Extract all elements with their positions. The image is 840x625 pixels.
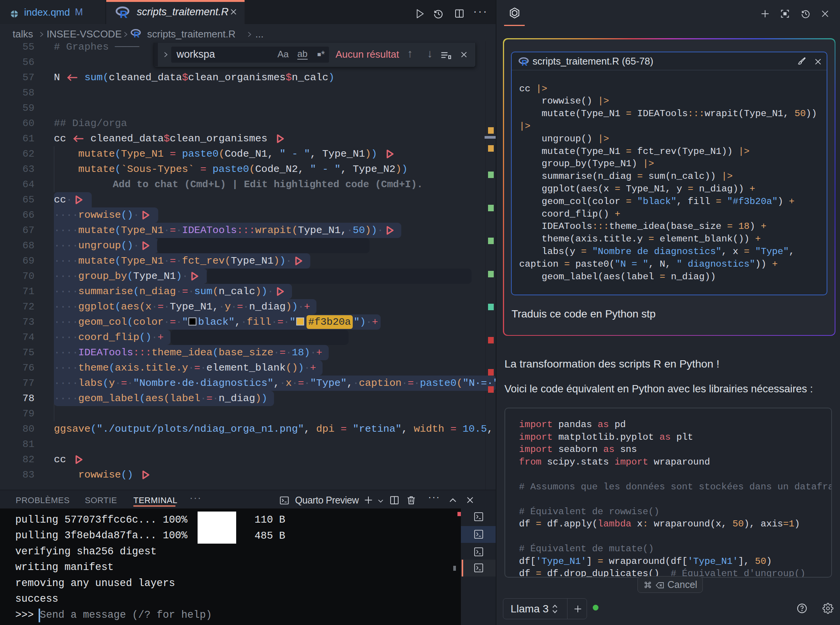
svg-text:R: R bbox=[134, 30, 139, 38]
svg-text:R: R bbox=[521, 58, 527, 66]
svg-text:R: R bbox=[120, 8, 128, 18]
